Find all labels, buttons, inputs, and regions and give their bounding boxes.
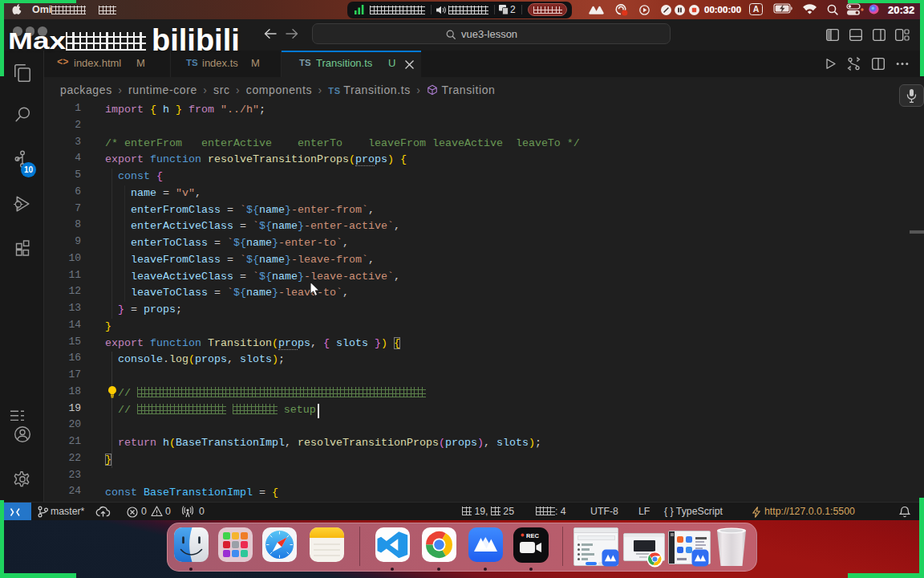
svg-text:REC: REC — [526, 532, 539, 539]
